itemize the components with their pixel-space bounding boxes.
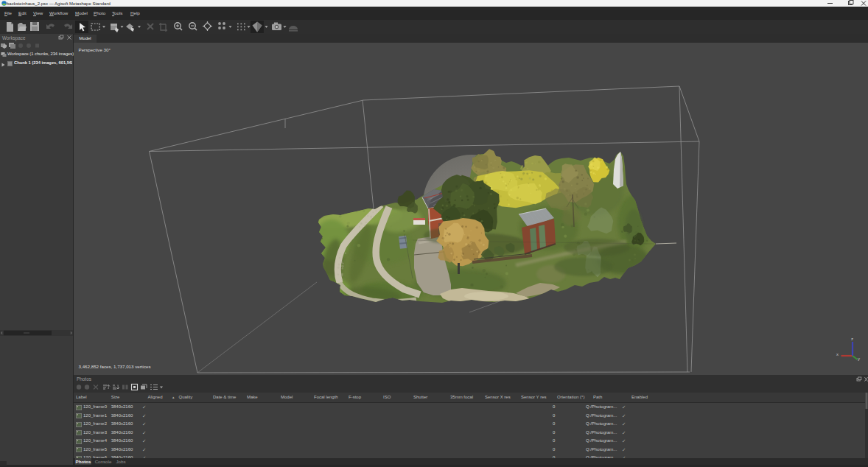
svg-text:z: z <box>851 337 853 341</box>
svg-text:y: y <box>858 357 860 361</box>
svg-text:x: x <box>836 352 839 357</box>
